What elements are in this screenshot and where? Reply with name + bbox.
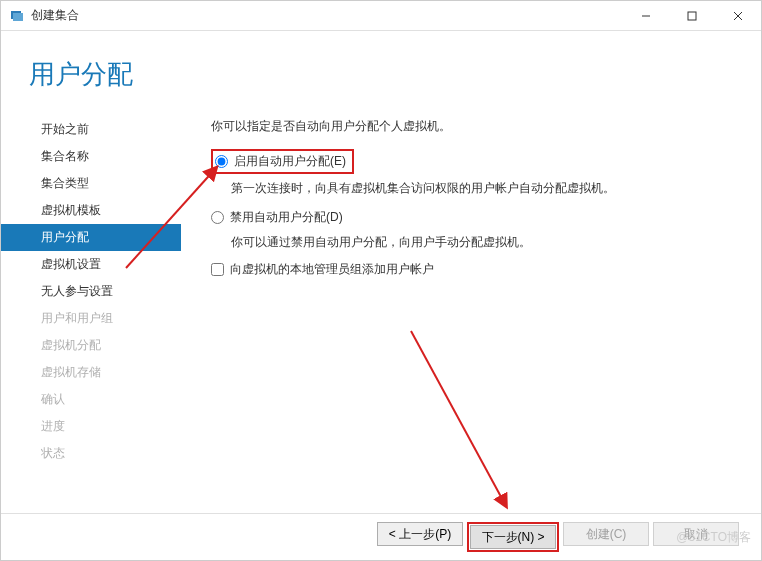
create-button: 创建(C)	[563, 522, 649, 546]
close-button[interactable]	[715, 1, 761, 31]
window-title: 创建集合	[31, 7, 623, 24]
sidebar-item-4[interactable]: 用户分配	[1, 224, 181, 251]
window-controls	[623, 1, 761, 31]
title-bar: 创建集合	[1, 1, 761, 31]
sidebar-item-9: 虚拟机存储	[1, 359, 181, 386]
disable-auto-assign-label: 禁用自动用户分配(D)	[230, 209, 343, 226]
sidebar-item-12: 状态	[1, 440, 181, 467]
admin-checkbox-row: 向虚拟机的本地管理员组添加用户帐户	[211, 261, 741, 278]
svg-rect-1	[13, 13, 23, 21]
sidebar-item-10: 确认	[1, 386, 181, 413]
enable-desc: 第一次连接时，向具有虚拟机集合访问权限的用户帐户自动分配虚拟机。	[211, 180, 741, 197]
previous-button[interactable]: < 上一步(P)	[377, 522, 463, 546]
disable-desc: 你可以通过禁用自动用户分配，向用户手动分配虚拟机。	[211, 234, 741, 251]
sidebar-item-3[interactable]: 虚拟机模板	[1, 197, 181, 224]
sidebar-item-6[interactable]: 无人参与设置	[1, 278, 181, 305]
sidebar-item-1[interactable]: 集合名称	[1, 143, 181, 170]
next-button-highlight: 下一步(N) >	[467, 522, 559, 552]
admin-checkbox[interactable]	[211, 263, 224, 276]
page-header: 用户分配	[1, 31, 761, 110]
maximize-button[interactable]	[669, 1, 715, 31]
sidebar-item-2[interactable]: 集合类型	[1, 170, 181, 197]
sidebar-item-8: 虚拟机分配	[1, 332, 181, 359]
page-title: 用户分配	[29, 57, 761, 92]
sidebar-item-11: 进度	[1, 413, 181, 440]
sidebar-item-0[interactable]: 开始之前	[1, 116, 181, 143]
wizard-footer: < 上一步(P) 下一步(N) > 创建(C) 取消	[1, 513, 761, 560]
intro-text: 你可以指定是否自动向用户分配个人虚拟机。	[211, 118, 741, 135]
disable-radio-row: 禁用自动用户分配(D)	[211, 207, 741, 228]
app-icon	[9, 8, 25, 24]
next-button[interactable]: 下一步(N) >	[470, 525, 556, 549]
wizard-sidebar: 开始之前集合名称集合类型虚拟机模板用户分配虚拟机设置无人参与设置用户和用户组虚拟…	[1, 110, 181, 530]
watermark: @51CTO博客	[676, 529, 751, 546]
svg-rect-3	[688, 12, 696, 20]
minimize-button[interactable]	[623, 1, 669, 31]
sidebar-item-7: 用户和用户组	[1, 305, 181, 332]
enable-auto-assign-label: 启用自动用户分配(E)	[234, 153, 346, 170]
sidebar-item-5[interactable]: 虚拟机设置	[1, 251, 181, 278]
form-panel: 你可以指定是否自动向用户分配个人虚拟机。 启用自动用户分配(E) 第一次连接时，…	[181, 110, 761, 530]
disable-auto-assign-radio[interactable]	[211, 211, 224, 224]
enable-auto-assign-radio[interactable]	[215, 155, 228, 168]
enable-radio-highlight: 启用自动用户分配(E)	[211, 149, 354, 174]
admin-checkbox-label: 向虚拟机的本地管理员组添加用户帐户	[230, 261, 434, 278]
content-area: 开始之前集合名称集合类型虚拟机模板用户分配虚拟机设置无人参与设置用户和用户组虚拟…	[1, 110, 761, 530]
